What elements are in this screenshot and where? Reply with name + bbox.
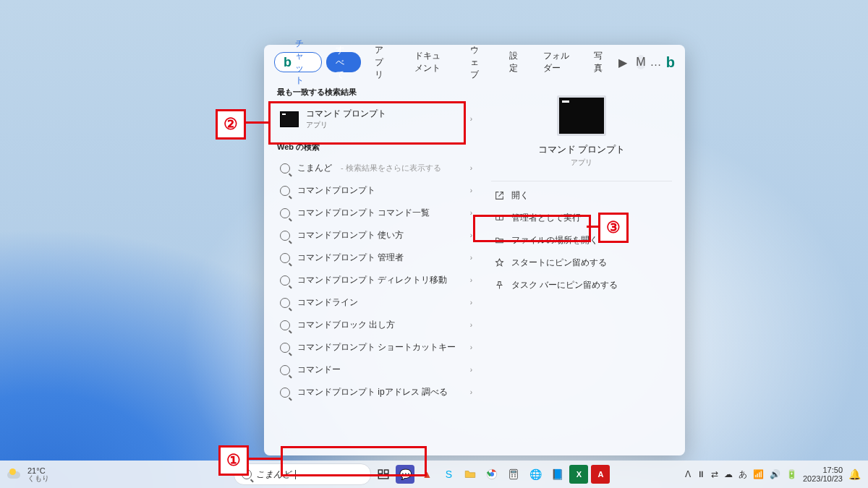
taskbar-temperature: 21°C (27, 466, 46, 475)
web-result-label: こまんど (297, 162, 332, 174)
chevron-right-icon: › (470, 276, 472, 284)
web-result-label: コマンドプロンプト ショートカットキー (297, 341, 456, 354)
tab-all[interactable]: すべて (326, 52, 361, 72)
search-icon (280, 298, 290, 308)
chevron-right-icon: › (470, 164, 472, 172)
chevron-right-icon: › (470, 254, 472, 262)
battery-icon[interactable]: 🔋 (786, 469, 797, 479)
tabs-more-icon[interactable]: … (650, 55, 662, 69)
tab-photos[interactable]: 写真 (584, 52, 614, 72)
action-pin-to-start[interactable]: スタートにピン留めする (491, 252, 672, 274)
web-result-sub: - 検索結果をさらに表示する (341, 163, 441, 174)
volume-icon[interactable]: 🔊 (770, 469, 780, 479)
notifications-icon[interactable]: 🔔 (848, 468, 861, 480)
chevron-right-icon: › (470, 321, 472, 329)
tab-folders[interactable]: フォルダー (534, 52, 579, 72)
taskbar-weather-widget[interactable]: 21°C くもり (0, 467, 137, 482)
tab-settings[interactable]: 設定 (500, 52, 529, 72)
pin-icon (494, 258, 504, 268)
web-result-5[interactable]: コマンドプロンプト ディレクトリ移動› (274, 269, 478, 291)
annotation-3-badge: ③ (598, 213, 629, 243)
tray-chevron-icon[interactable]: ᐱ (685, 469, 691, 479)
open-icon (494, 191, 504, 201)
web-result-label: コマンドプロンプト コマンド一覧 (297, 207, 430, 219)
excel-icon[interactable]: X (569, 465, 588, 484)
chevron-right-icon: › (470, 343, 472, 351)
bing-logo-icon[interactable]: b (666, 55, 675, 69)
web-result-4[interactable]: コマンドプロンプト 管理者› (274, 247, 478, 269)
wifi-icon[interactable]: 📶 (753, 469, 764, 479)
explorer-icon[interactable] (461, 465, 480, 484)
svg-rect-7 (511, 471, 516, 473)
search-icon (280, 186, 290, 196)
web-result-label: コマンドブロック 出し方 (297, 319, 395, 331)
annotation-1-badge: ① (218, 445, 249, 476)
annotation-2-badge: ② (216, 109, 246, 140)
calculator-icon[interactable] (504, 465, 523, 484)
search-icon (280, 320, 290, 330)
chevron-right-icon: › (470, 231, 472, 239)
web-result-label: コマンドプロンプト 使い方 (297, 229, 404, 241)
taskbar-weather-label: くもり (27, 475, 49, 482)
app-icon-1[interactable]: 🌐 (526, 465, 545, 484)
svg-point-11 (515, 476, 516, 477)
section-best-match: 最も一致する検索結果 (277, 87, 478, 98)
search-icon (280, 231, 290, 241)
acrobat-icon[interactable]: A (591, 465, 610, 484)
tab-chat[interactable]: b チャット (274, 52, 322, 72)
search-icon (280, 343, 290, 353)
tray-icon-1[interactable]: ⏸ (697, 469, 705, 479)
web-result-label: コマンドプロンプト (297, 184, 375, 197)
annotation-2-connector (244, 121, 268, 124)
svg-point-8 (512, 474, 513, 475)
skype-icon[interactable]: S (439, 465, 458, 484)
preview-title: コマンド プロンプト (491, 143, 672, 156)
annotation-1-connector (247, 458, 281, 460)
web-result-7[interactable]: コマンドブロック 出し方› (274, 314, 478, 336)
search-icon (280, 163, 290, 174)
action-pin-to-taskbar[interactable]: タスク バーにピン留めする (491, 274, 672, 296)
tray-icon-2[interactable]: ⇄ (711, 469, 718, 479)
web-result-8[interactable]: コマンドプロンプト ショートカットキー› (274, 336, 478, 359)
chevron-right-icon: › (470, 115, 472, 123)
search-icon (280, 275, 290, 286)
search-icon (280, 388, 290, 398)
ime-indicator[interactable]: あ (739, 468, 747, 481)
chevron-right-icon: › (470, 299, 472, 307)
tabs-next-icon[interactable]: ▶ (618, 55, 627, 69)
web-result-2[interactable]: コマンドプロンプト コマンド一覧› (274, 202, 478, 224)
chevron-right-icon: › (470, 209, 472, 217)
chevron-right-icon: › (470, 366, 472, 374)
annotation-3-frame (473, 215, 591, 242)
search-icon (280, 365, 290, 375)
tab-apps[interactable]: アプリ (365, 52, 400, 72)
annotation-3-connector (587, 226, 598, 228)
svg-point-9 (515, 474, 516, 475)
word-icon[interactable]: 📘 (548, 465, 566, 484)
pin-taskbar-icon (494, 281, 504, 291)
svg-point-10 (512, 476, 513, 477)
divider (491, 181, 672, 181)
chrome-icon[interactable] (482, 465, 501, 484)
web-result-label: コマンドー (297, 364, 341, 376)
search-icon (280, 208, 290, 218)
web-result-10[interactable]: コマンドプロンプト ipアドレス 調べる› (274, 381, 478, 403)
result-preview-pane: コマンド プロンプト アプリ 開く 管理者として実行 ファイルの場所を開く (478, 77, 685, 455)
web-result-0[interactable]: こまんど - 検索結果をさらに表示する› (274, 157, 478, 179)
taskbar-clock[interactable]: 17:50 2023/10/23 (803, 466, 843, 483)
preview-app-icon (557, 95, 606, 136)
annotation-1-frame (281, 446, 427, 476)
bing-icon: b (284, 55, 292, 70)
tab-web[interactable]: ウェブ (461, 52, 495, 72)
account-avatar[interactable]: M (636, 55, 645, 69)
taskbar: 21°C くもり こまんど 💬 ▲ S 🌐 📘 X A ᐱ ⏸ ⇄ ☁ あ 📶 … (0, 461, 868, 488)
web-result-3[interactable]: コマンドプロンプト 使い方› (274, 224, 478, 247)
tab-documents[interactable]: ドキュメント (405, 52, 456, 72)
web-result-1[interactable]: コマンドプロンプト› (274, 179, 478, 202)
action-open[interactable]: 開く (491, 184, 672, 207)
web-result-9[interactable]: コマンドー› (274, 359, 478, 381)
onedrive-icon[interactable]: ☁ (724, 469, 733, 479)
web-result-6[interactable]: コマンドライン› (274, 291, 478, 314)
web-result-label: コマンドライン (297, 296, 358, 309)
web-result-label: コマンドプロンプト ipアドレス 調べる (297, 386, 448, 398)
